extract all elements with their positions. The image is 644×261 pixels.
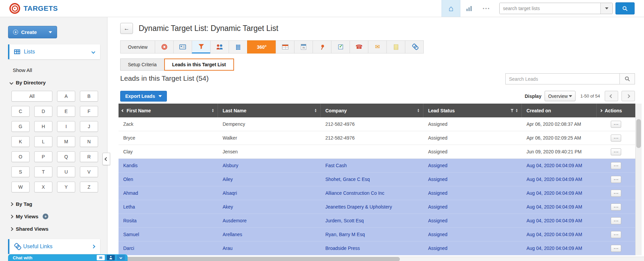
back-button[interactable]: ← bbox=[120, 23, 133, 34]
tab-calls[interactable]: ☎ bbox=[350, 40, 368, 53]
home-button[interactable]: ⌂ bbox=[442, 0, 460, 17]
table-row[interactable]: Ahmad Alsaqri Alliance Construction Co I… bbox=[119, 186, 635, 200]
letter-button[interactable]: V bbox=[80, 166, 98, 177]
table-row[interactable]: Letha Akey Jeanettes Drapery & Upholster… bbox=[119, 200, 635, 214]
vertical-scrollbar[interactable] bbox=[635, 104, 642, 255]
letter-button[interactable]: C bbox=[11, 106, 30, 117]
leads-search-button[interactable] bbox=[620, 73, 635, 84]
letter-button[interactable]: H bbox=[34, 121, 52, 132]
table-row[interactable]: Zack Dempency 212-582-4976 Assigned Apr … bbox=[119, 117, 635, 131]
table-row[interactable]: Olen Ailey Shohet, Grace C Esq Assigned … bbox=[119, 173, 635, 186]
letter-button[interactable]: S bbox=[11, 166, 30, 177]
tab-calendar[interactable]: 31 bbox=[294, 40, 313, 53]
letter-button[interactable]: F bbox=[80, 106, 98, 117]
letter-button[interactable]: Z bbox=[80, 182, 98, 192]
letter-button[interactable]: P bbox=[34, 151, 52, 162]
chat-agent-button[interactable] bbox=[107, 255, 115, 260]
row-actions-button[interactable] bbox=[611, 135, 621, 142]
column-header-last-name[interactable]: Last Name bbox=[218, 104, 321, 117]
letter-button[interactable]: A bbox=[57, 91, 75, 102]
show-all-link[interactable]: Show All bbox=[13, 67, 107, 73]
reports-button[interactable] bbox=[460, 0, 478, 17]
column-header-first-name[interactable]: First Name bbox=[119, 104, 218, 117]
row-actions-button[interactable] bbox=[611, 231, 621, 238]
row-actions-button[interactable] bbox=[611, 162, 621, 169]
tab-contacts[interactable] bbox=[173, 40, 192, 53]
sidebar-item-useful-links[interactable]: Useful Links bbox=[8, 239, 100, 254]
scroll-columns-left-icon[interactable] bbox=[122, 109, 124, 112]
tab-companies[interactable] bbox=[229, 40, 247, 53]
row-actions-button[interactable] bbox=[611, 190, 621, 197]
tab-email[interactable]: ✉ bbox=[368, 40, 387, 53]
tab-lists[interactable] bbox=[276, 40, 294, 53]
letter-button[interactable]: J bbox=[80, 121, 98, 132]
letter-button-all[interactable]: All bbox=[11, 91, 52, 102]
chat-message-button[interactable]: ✉ bbox=[97, 255, 105, 260]
table-row[interactable]: Kandis Alsbury Fast Cash Assigned Aug 04… bbox=[119, 159, 635, 173]
column-header-actions[interactable]: Actions bbox=[597, 104, 635, 117]
tab-overview[interactable]: Overview bbox=[120, 40, 155, 53]
tab-notes[interactable] bbox=[386, 40, 405, 53]
next-page-button[interactable] bbox=[622, 91, 635, 101]
column-header-lead-status[interactable]: Lead Status bbox=[423, 104, 522, 117]
tab-setup-criteria[interactable]: Setup Criteria bbox=[120, 59, 165, 71]
vertical-scrollbar-thumb[interactable] bbox=[636, 119, 641, 148]
letter-button[interactable]: G bbox=[11, 121, 30, 132]
filter-icon[interactable] bbox=[510, 109, 514, 112]
row-actions-button[interactable] bbox=[611, 176, 621, 183]
letter-button[interactable]: D bbox=[34, 106, 52, 117]
leads-search-input[interactable] bbox=[505, 73, 620, 84]
letter-button[interactable]: M bbox=[57, 136, 75, 147]
letter-button[interactable]: L bbox=[34, 136, 52, 147]
prev-page-button[interactable] bbox=[605, 91, 618, 101]
tab-summary[interactable] bbox=[155, 40, 174, 53]
by-directory-toggle[interactable]: By Directory bbox=[10, 80, 107, 85]
letter-button[interactable]: O bbox=[11, 151, 30, 162]
row-actions-button[interactable] bbox=[611, 121, 621, 128]
search-scope-dropdown[interactable] bbox=[600, 3, 612, 14]
add-view-icon[interactable] bbox=[43, 214, 48, 219]
letter-button[interactable]: Q bbox=[57, 151, 75, 162]
my-views-toggle[interactable]: My Views bbox=[10, 214, 107, 219]
horizontal-scrollbar-thumb[interactable] bbox=[110, 257, 400, 261]
letter-button[interactable]: X bbox=[34, 182, 52, 192]
table-row[interactable]: Bryce Walker 212-582-4976 Assigned Apr 0… bbox=[119, 131, 635, 145]
horizontal-scrollbar[interactable] bbox=[108, 257, 644, 261]
letter-button[interactable]: K bbox=[11, 136, 30, 147]
letter-button[interactable]: U bbox=[57, 166, 75, 177]
tab-pinned[interactable] bbox=[313, 40, 331, 53]
tab-tasks[interactable] bbox=[331, 40, 350, 53]
app-logo-icon[interactable] bbox=[9, 3, 20, 14]
column-header-created-on[interactable]: Created on bbox=[522, 104, 597, 117]
table-row[interactable]: Samuel Arellanes Ryan, Barry M Esq Assig… bbox=[119, 228, 635, 241]
letter-button[interactable]: Y bbox=[57, 182, 75, 192]
more-menu-button[interactable] bbox=[478, 0, 495, 17]
letter-button[interactable]: I bbox=[57, 121, 75, 132]
sidebar-collapse-button[interactable] bbox=[102, 153, 110, 165]
shared-views-toggle[interactable]: Shared Views bbox=[10, 226, 107, 232]
row-actions-button[interactable] bbox=[611, 245, 621, 252]
letter-button[interactable]: T bbox=[34, 166, 52, 177]
display-select[interactable]: Overview bbox=[545, 91, 576, 101]
row-actions-button[interactable] bbox=[611, 203, 621, 211]
letter-button[interactable]: E bbox=[57, 106, 75, 117]
tab-people[interactable] bbox=[210, 40, 229, 53]
tab-leads[interactable] bbox=[192, 40, 211, 53]
letter-button[interactable]: B bbox=[80, 91, 98, 102]
export-leads-button[interactable]: Export Leads bbox=[120, 91, 167, 102]
row-actions-button[interactable] bbox=[611, 217, 621, 224]
by-tag-toggle[interactable]: By Tag bbox=[10, 201, 107, 207]
scroll-columns-right-icon[interactable] bbox=[600, 109, 602, 112]
row-actions-button[interactable] bbox=[611, 148, 621, 155]
create-button[interactable]: Create bbox=[8, 26, 57, 38]
tab-leads-in-target-list[interactable]: Leads in this Target List bbox=[164, 59, 234, 71]
letter-button[interactable]: N bbox=[80, 136, 98, 147]
column-header-company[interactable]: Company bbox=[321, 104, 423, 117]
letter-button[interactable]: R bbox=[80, 151, 98, 162]
tab-360-view[interactable]: 360° bbox=[247, 40, 276, 53]
chat-minimize-button[interactable] bbox=[117, 255, 125, 260]
table-row[interactable]: Darci Arau Broadside Press Assigned Aug … bbox=[119, 241, 635, 255]
global-search-button[interactable] bbox=[615, 2, 635, 14]
global-search-input[interactable] bbox=[500, 3, 600, 14]
chat-widget[interactable]: Chat with ✉ bbox=[8, 254, 128, 261]
